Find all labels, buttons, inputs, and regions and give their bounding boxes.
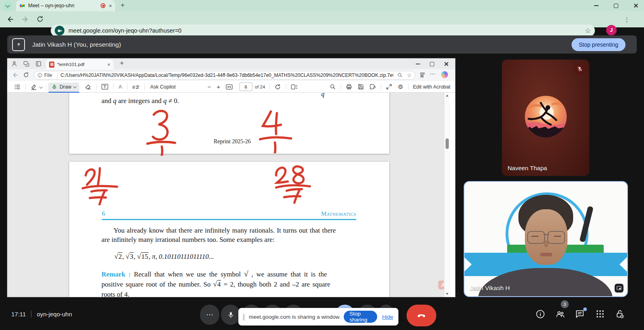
participant-name: Jatin Vikash H <box>470 285 510 292</box>
page-view-icon[interactable] <box>291 84 297 90</box>
tab-close-icon[interactable]: × <box>109 3 112 8</box>
maximize-icon[interactable] <box>614 4 618 8</box>
collections-icon[interactable] <box>419 72 425 78</box>
meeting-code: oyn-jeqo-uhn <box>37 311 72 318</box>
translate-icon[interactable]: a <box>132 81 140 93</box>
workspaces-icon[interactable] <box>23 61 29 67</box>
edge-tab-title: *iemh101.pdf <box>57 62 104 67</box>
participant-tile-naveen[interactable]: Naveen Thapa <box>502 60 589 176</box>
irrational-examples: √2, √3, √15, π, 0.10110111011110... <box>114 253 214 261</box>
browser-menu-icon[interactable]: ⋮ <box>624 16 630 23</box>
scroll-down-icon[interactable] <box>446 293 448 295</box>
close-icon[interactable] <box>634 3 638 8</box>
minimize-icon[interactable] <box>594 5 599 6</box>
remark-line-3: roots of 4. <box>101 289 361 297</box>
zoom-out-icon[interactable]: − <box>207 83 211 90</box>
highlighter-chevron-icon[interactable] <box>39 85 43 88</box>
pdf-scrollbar[interactable] <box>444 93 450 297</box>
print-icon[interactable] <box>346 84 352 90</box>
shared-window: *iemh101.pdf × + File C:/Users/H%20JATIN… <box>7 58 455 297</box>
edge-back-icon[interactable] <box>12 72 18 78</box>
ask-copilot-button[interactable]: Ask Copilot <box>150 84 175 90</box>
scrollbar-thumb[interactable] <box>446 138 449 149</box>
edge-toolbar: File C:/Users/H%20JATIN%20VIKASH/AppData… <box>7 69 455 81</box>
pdf-settings-gear-icon[interactable]: ⚙ <box>398 83 403 91</box>
copilot-icon[interactable] <box>441 71 448 78</box>
edit-with-acrobat-button[interactable]: Edit with Acrobat <box>413 84 450 90</box>
text-field-icon[interactable] <box>101 84 108 90</box>
right-eye <box>554 236 561 237</box>
leave-call-button[interactable] <box>407 305 436 326</box>
address-bar[interactable]: meet.google.com/oyn-jeqo-uhn?authuser=0 … <box>51 25 595 37</box>
stop-sharing-button[interactable]: Stop sharing <box>344 311 377 323</box>
edge-minimize-icon[interactable] <box>416 64 420 64</box>
glasses-bridge <box>543 234 549 235</box>
save-as-icon[interactable] <box>369 84 376 90</box>
divider <box>31 311 31 318</box>
browser-tab-meet[interactable]: Meet – oyn-jeqo-uhn × <box>16 0 115 11</box>
remark-label: Remark : <box>101 270 131 278</box>
search-document-icon[interactable] <box>330 84 336 90</box>
activities-grid-icon[interactable] <box>595 309 605 319</box>
drag-grip-icon[interactable]: ║ <box>242 314 246 320</box>
edge-window-controls <box>416 62 449 66</box>
participants-icon[interactable] <box>555 309 566 319</box>
meeting-details-icon[interactable] <box>535 309 545 319</box>
pdf-viewport[interactable]: q and q are integers and q ≠ 0. <box>7 93 450 297</box>
host-controls-lock-icon[interactable] <box>615 309 625 319</box>
rotate-icon[interactable] <box>275 84 281 90</box>
new-tab-button[interactable]: + <box>121 2 124 8</box>
meeting-info: 17:11 oyn-jeqo-uhn <box>11 309 72 318</box>
profile-avatar[interactable]: J <box>606 25 617 35</box>
save-icon[interactable] <box>358 84 364 90</box>
info-icon[interactable] <box>37 73 42 78</box>
tab-actions-icon[interactable] <box>35 61 41 67</box>
toc-icon[interactable] <box>14 84 21 90</box>
read-aloud-icon[interactable]: A <box>118 84 122 90</box>
scroll-up-icon[interactable] <box>446 95 448 97</box>
edge-address-bar[interactable]: File C:/Users/H%20JATIN%20VIKASH/AppData… <box>34 71 415 80</box>
zoom-in-icon[interactable]: + <box>217 83 220 90</box>
avatar-sunset-illustration <box>525 96 567 138</box>
forward-icon[interactable] <box>22 16 29 23</box>
share-notice-text: meet.google.com is sharing a window. <box>249 314 341 320</box>
zoom-search-icon[interactable] <box>397 72 402 78</box>
highlighter-icon[interactable] <box>31 84 37 90</box>
edge-restore-icon[interactable] <box>430 62 434 66</box>
eraser-icon[interactable] <box>85 84 91 90</box>
more-options-button[interactable]: ⋯ <box>200 305 219 325</box>
microphone-button[interactable] <box>221 305 240 325</box>
fit-width-icon[interactable] <box>226 84 233 90</box>
end-call-icon <box>417 311 426 320</box>
stop-presenting-button[interactable]: Stop presenting <box>572 38 625 51</box>
chat-icon[interactable] <box>575 309 585 319</box>
edge-tab-close-icon[interactable]: × <box>107 62 110 67</box>
mic-muted-icon <box>574 63 586 75</box>
glasses-right-lens <box>547 231 565 244</box>
fullscreen-icon[interactable] <box>386 84 392 90</box>
favorites-star-icon[interactable]: ☆ <box>407 72 412 78</box>
edge-close-icon[interactable] <box>444 62 449 66</box>
edge-tab-strip: *iemh101.pdf × + <box>7 58 455 69</box>
draw-tool-button[interactable]: Draw <box>48 82 79 91</box>
edge-tab-pdf[interactable]: *iemh101.pdf × <box>46 60 114 69</box>
participants-count-badge: 3 <box>561 300 569 308</box>
tab-search-button[interactable] <box>3 1 12 10</box>
handwritten-fraction-4-over-1 <box>258 110 293 153</box>
meet-camera-badge-icon[interactable] <box>55 26 64 35</box>
page-number-input[interactable]: 6 <box>239 82 252 91</box>
reload-icon[interactable] <box>37 16 43 23</box>
bookmark-star-icon[interactable]: ☆ <box>585 27 591 35</box>
hide-link[interactable]: Hide <box>382 314 393 320</box>
pip-button[interactable] <box>615 284 623 293</box>
participant-tile-jatin[interactable]: ɅTɅ Jatin Vikash H <box>464 181 628 297</box>
back-icon[interactable] <box>6 16 14 23</box>
edge-reload-icon[interactable] <box>23 72 29 78</box>
edge-new-tab-button[interactable]: + <box>120 60 124 66</box>
edge-profile-icon[interactable] <box>11 61 17 67</box>
browser-tab-strip: Meet – oyn-jeqo-uhn × + <box>0 0 644 11</box>
paragraph-line-2: are infinitely many irrational numbers t… <box>101 235 359 245</box>
edge-menu-icon[interactable]: ⋯ <box>430 70 436 77</box>
participant-name: Naveen Thapa <box>508 165 547 171</box>
url-text: meet.google.com/oyn-jeqo-uhn?authuser=0 <box>68 27 182 34</box>
